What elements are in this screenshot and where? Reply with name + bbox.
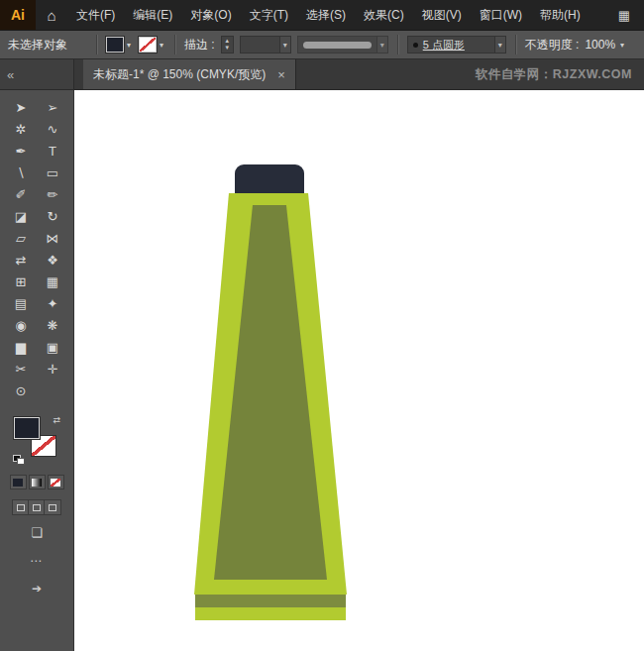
toolbar-collapse-button[interactable]: « [0, 59, 74, 89]
width-profile-preview [303, 42, 372, 49]
draw-behind-button[interactable] [29, 500, 45, 514]
chevron-down-icon[interactable]: ▾ [494, 37, 505, 53]
perspective-grid-tool[interactable]: ⊞ [5, 271, 37, 292]
width-tool[interactable]: ⋈ [37, 227, 68, 249]
illustrator-window: Ai ⌂ 文件(F)编辑(E)对象(O)文字(T)选择(S)效果(C)视图(V)… [0, 0, 644, 651]
brush-name: 5 点圆形 [423, 38, 465, 53]
menu-item-1[interactable]: 文件(F) [67, 0, 124, 30]
gradient-button[interactable] [29, 475, 46, 489]
gradient-tool[interactable]: ▤ [5, 292, 37, 314]
menu-item-5[interactable]: 选择(S) [297, 0, 355, 30]
artboard-tool[interactable]: ▣ [37, 336, 68, 358]
selection-status: 未选择对象 [8, 37, 87, 54]
divider [515, 35, 516, 54]
menu-item-2[interactable]: 编辑(E) [124, 0, 181, 30]
fill-swatch[interactable] [14, 417, 40, 439]
color-type-row [10, 475, 64, 489]
artwork-pen-cap[interactable] [235, 164, 304, 193]
paintbrush-tool[interactable]: ✐ [5, 183, 37, 205]
stroke-color-control[interactable]: ▾ [139, 37, 165, 53]
none-button[interactable] [48, 475, 64, 489]
stroke-color-swatch[interactable] [139, 37, 157, 53]
stroke-label: 描边 : [184, 37, 215, 54]
free-transform-tool[interactable]: ⇄ [5, 249, 37, 271]
color-button[interactable] [10, 475, 27, 489]
hand-tool[interactable]: ✛ [37, 358, 68, 380]
mesh-tool[interactable]: ▦ [37, 271, 68, 292]
menu-item-8[interactable]: 窗口(W) [471, 0, 531, 30]
draw-inside-button[interactable] [45, 500, 60, 514]
rectangle-tool[interactable]: ▭ [37, 162, 68, 183]
eraser-tool[interactable]: ◪ [5, 205, 37, 227]
menu-bar: Ai ⌂ 文件(F)编辑(E)对象(O)文字(T)选择(S)效果(C)视图(V)… [0, 0, 644, 30]
menu-item-4[interactable]: 文字(T) [241, 0, 297, 30]
draw-normal-button[interactable] [13, 500, 29, 514]
swap-fill-stroke-icon[interactable]: ⇄ [53, 415, 60, 425]
column-graph-tool[interactable]: ▆ [5, 336, 37, 358]
expand-panel-icon[interactable]: ➔ [32, 582, 42, 596]
shape-builder-tool[interactable]: ❖ [37, 249, 68, 271]
menu-item-6[interactable]: 效果(C) [355, 0, 413, 30]
chevron-down-icon[interactable]: ▾ [158, 41, 165, 50]
app-logo: Ai [0, 0, 36, 30]
fill-color-control[interactable]: ▾ [106, 37, 133, 53]
lasso-tool[interactable]: ∿ [37, 118, 68, 140]
fill-stroke-widget: ⇄ [13, 417, 60, 463]
tab-close-icon[interactable]: × [277, 67, 285, 82]
tools-panel: ➤➢✲∿✒T∖▭✐✏◪↻▱⋈⇄❖⊞▦▤✦◉❋▆▣✂✛⊙ ⇄ [0, 90, 74, 651]
document-tab-title: 未标题-1* @ 150% (CMYK/预览) [93, 66, 266, 83]
workspace-switcher-icon[interactable]: ▦ [604, 8, 644, 23]
control-bar: 未选择对象 ▾ ▾ 描边 : ▲▼ ▾ ▾ 5 点圆形 ▾ 不透明度 : 100… [0, 30, 644, 59]
artwork-pen-base-band[interactable] [195, 595, 346, 607]
eyedropper-tool[interactable]: ✦ [37, 292, 68, 314]
canvas[interactable] [74, 90, 644, 651]
home-icon[interactable]: ⌂ [36, 7, 67, 24]
width-profile-dropdown[interactable]: ▾ [297, 36, 388, 54]
zoom-tool[interactable]: ⊙ [5, 380, 37, 401]
divider [96, 35, 97, 54]
selection-tool[interactable]: ➤ [5, 96, 37, 118]
default-fill-stroke-icon[interactable] [13, 455, 25, 465]
chevron-down-icon[interactable]: ▾ [376, 37, 387, 53]
document-tab[interactable]: 未标题-1* @ 150% (CMYK/预览) × [83, 59, 296, 89]
more-options-icon[interactable]: ⋯ [30, 554, 44, 568]
stroke-width-dropdown[interactable]: ▾ [240, 36, 291, 54]
line-segment-tool[interactable]: ∖ [5, 162, 37, 183]
brush-preview-icon [413, 43, 418, 48]
rotate-tool[interactable]: ↻ [37, 205, 68, 227]
chevron-down-icon[interactable]: ▾ [279, 37, 290, 53]
menu-item-7[interactable]: 视图(V) [413, 0, 471, 30]
artwork-pen-base-bottom[interactable] [195, 607, 346, 620]
brush-definition-dropdown[interactable]: 5 点圆形 ▾ [407, 36, 506, 54]
type-tool[interactable]: T [37, 140, 68, 162]
opacity-label: 不透明度 : [525, 37, 580, 54]
menu-item-9[interactable]: 帮助(H) [531, 0, 590, 30]
direct-selection-tool[interactable]: ➢ [37, 96, 68, 118]
scale-tool[interactable]: ▱ [5, 227, 37, 249]
menu-items: 文件(F)编辑(E)对象(O)文字(T)选择(S)效果(C)视图(V)窗口(W)… [67, 0, 590, 30]
opacity-dropdown[interactable]: 100% ▾ [585, 38, 626, 52]
chevron-down-icon[interactable]: ▾ [125, 41, 133, 50]
tab-bar: 未标题-1* @ 150% (CMYK/预览) × 软件自学网：RJZXW.CO… [74, 59, 644, 89]
document-tab-row: « 未标题-1* @ 150% (CMYK/预览) × 软件自学网：RJZXW.… [0, 59, 644, 90]
watermark-text: 软件自学网：RJZXW.COM [476, 59, 644, 89]
tool-grid: ➤➢✲∿✒T∖▭✐✏◪↻▱⋈⇄❖⊞▦▤✦◉❋▆▣✂✛⊙ [5, 96, 68, 401]
symbol-sprayer-tool[interactable]: ❋ [37, 314, 68, 336]
divider [397, 35, 398, 54]
main-area: ➤➢✲∿✒T∖▭✐✏◪↻▱⋈⇄❖⊞▦▤✦◉❋▆▣✂✛⊙ ⇄ [0, 90, 644, 651]
blend-tool[interactable]: ◉ [5, 314, 37, 336]
pen-tool[interactable]: ✒ [5, 140, 37, 162]
screen-mode-button[interactable]: ❏ [31, 525, 43, 540]
chevron-down-icon[interactable]: ▾ [618, 41, 626, 50]
stroke-width-stepper[interactable]: ▲▼ [221, 36, 234, 54]
pencil-tool[interactable]: ✏ [37, 183, 68, 205]
menu-item-3[interactable]: 对象(O) [181, 0, 240, 30]
fill-color-swatch[interactable] [106, 37, 124, 53]
draw-modes-control [12, 499, 61, 515]
magic-wand-tool[interactable]: ✲ [5, 118, 37, 140]
opacity-value: 100% [585, 38, 615, 52]
divider [174, 35, 175, 54]
slice-tool[interactable]: ✂ [5, 358, 37, 380]
